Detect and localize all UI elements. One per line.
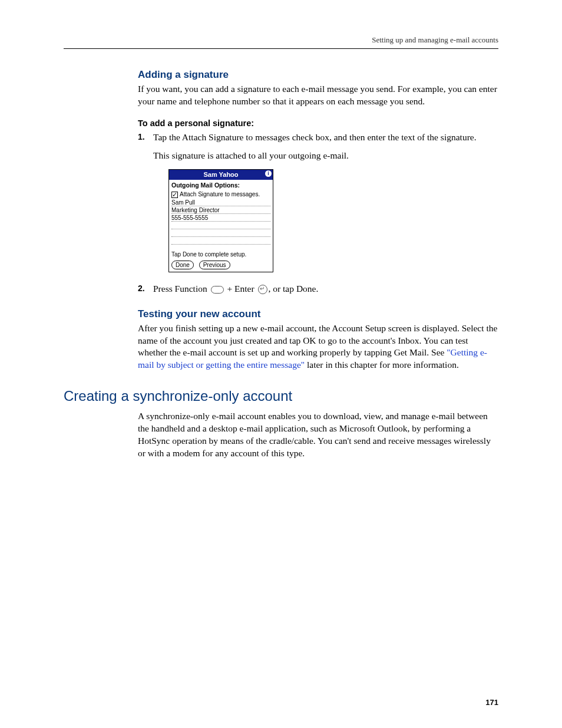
heading-to-add-personal-signature: To add a personal signature: xyxy=(138,118,498,128)
signature-line-6 xyxy=(171,238,270,245)
running-header: Setting up and managing e-mail accounts xyxy=(64,35,498,45)
done-button: Done xyxy=(171,261,194,269)
signature-line-4 xyxy=(171,222,270,229)
signature-line-3: 555-555-5555 xyxy=(171,215,270,222)
palm-screenshot: Sam Yahoo i Outgoing Mail Options: Attac… xyxy=(168,169,498,272)
heading-testing-account: Testing your new account xyxy=(138,308,498,320)
palm-section-heading: Outgoing Mail Options: xyxy=(171,181,270,189)
enter-button-icon xyxy=(258,285,267,294)
previous-button: Previous xyxy=(199,261,230,269)
step-2-pre: Press Function xyxy=(153,284,210,294)
palm-hint: Tap Done to complete setup. xyxy=(171,251,270,259)
palm-title-text: Sam Yahoo xyxy=(203,171,238,178)
step-1-text: Tap the Attach Signature to messages che… xyxy=(153,132,477,142)
testing-body-post: later in this chapter for more informati… xyxy=(305,360,459,370)
para-sync-body: A synchronize-only e-mail account enable… xyxy=(138,410,498,460)
signature-line-2: Marketing Director xyxy=(171,207,270,214)
testing-body-pre: After you finish setting up a new e-mail… xyxy=(138,323,497,358)
palm-checkbox-row: Attach Signature to messages. xyxy=(171,190,270,199)
palm-checkbox-label: Attach Signature to messages. xyxy=(180,191,260,197)
step-2: Press Function + Enter , or tap Done. xyxy=(138,283,498,295)
signature-line-1: Sam Pull xyxy=(171,199,270,206)
step-2-mid: + Enter xyxy=(225,284,257,294)
heading-adding-signature: Adding a signature xyxy=(138,69,498,81)
page-number: 171 xyxy=(485,698,498,707)
palm-titlebar: Sam Yahoo i xyxy=(169,170,273,180)
step-1-sub: This signature is attached to all your o… xyxy=(153,150,498,162)
checkbox-icon xyxy=(171,192,178,198)
function-button-icon xyxy=(211,286,224,294)
para-testing-body: After you finish setting up a new e-mail… xyxy=(138,322,498,372)
signature-line-5 xyxy=(171,230,270,237)
info-icon: i xyxy=(265,170,272,177)
para-signature-intro: If you want, you can add a signature to … xyxy=(138,83,498,108)
header-rule xyxy=(64,48,498,49)
step-2-post: , or tap Done. xyxy=(269,284,319,294)
step-1: Tap the Attach Signature to messages che… xyxy=(138,131,498,272)
heading-sync-only: Creating a synchronize-only account xyxy=(64,388,498,404)
